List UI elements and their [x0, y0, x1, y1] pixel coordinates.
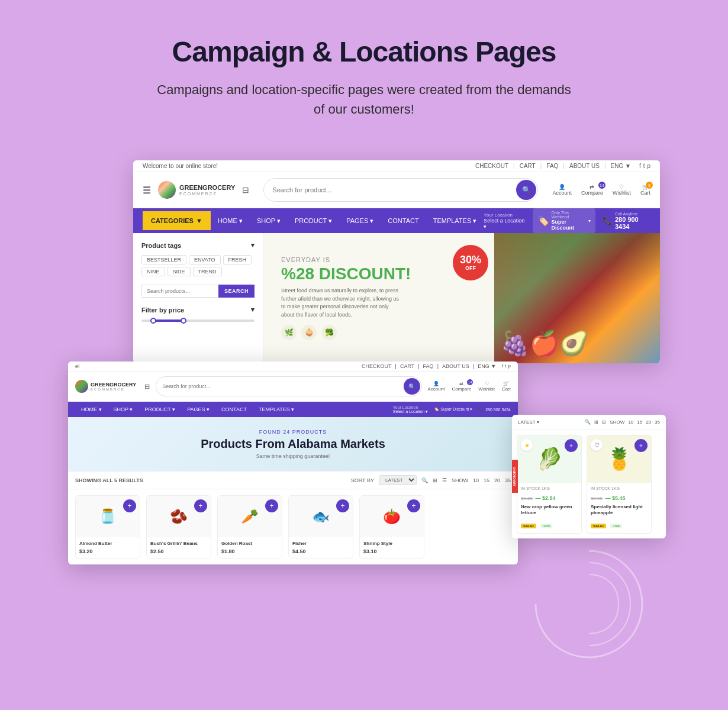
search-icon-toolbar[interactable]: 🔍 [421, 477, 428, 483]
product-price-2: $2.50 [150, 548, 207, 554]
show-35[interactable]: 35 [505, 477, 511, 483]
pineapple-price-new: — $5.45 [605, 495, 625, 501]
front-faq-link[interactable]: FAQ [423, 363, 434, 369]
front-wishlist-item[interactable]: ♡ Wishlist [478, 381, 495, 392]
sort-label: SORT BY [351, 477, 374, 483]
checkout-link[interactable]: CHECKOUT [475, 163, 508, 169]
front-cart-link[interactable]: CART [400, 363, 414, 369]
front-location-value[interactable]: Select a Location ▾ [393, 409, 429, 414]
site-header: ☰ GREENGROCERY ECOMMERCE ⊟ 🔍 [133, 172, 660, 208]
add-cart-2[interactable]: + [194, 499, 207, 512]
add-cart-5[interactable]: + [407, 499, 420, 512]
faq-link[interactable]: FAQ [546, 163, 558, 169]
account-icon-item[interactable]: 👤 Account [552, 184, 572, 196]
search-input[interactable] [264, 182, 515, 198]
fb-icon: f [502, 363, 503, 369]
hamburger-icon[interactable]: ☰ [143, 185, 151, 196]
add-cart-1[interactable]: + [123, 499, 136, 512]
price-dot-left[interactable] [150, 318, 156, 324]
cards-show-15[interactable]: 15 [637, 419, 642, 425]
front-checkout[interactable]: CHECKOUT [362, 363, 392, 369]
front-lang[interactable]: ENG ▼ [478, 363, 496, 369]
tag-envato[interactable]: ENVATO [189, 255, 221, 264]
product-card-5: 🍅 + Shrimp Style $3.10 [359, 495, 424, 559]
price-slider[interactable] [141, 320, 255, 322]
front-nav-templates[interactable]: TEMPLATES ▾ [253, 402, 300, 417]
banner-description: Street food draws us naturally to explor… [281, 287, 400, 319]
front-nav-shop[interactable]: SHOP ▾ [108, 402, 139, 417]
cards-show-35[interactable]: 35 [655, 419, 660, 425]
grid-view-icon[interactable]: ⊞ [433, 477, 437, 483]
list-view-icon[interactable]: ☰ [442, 477, 447, 483]
cart-icon-item[interactable]: 🛒 3 Cart [640, 184, 650, 196]
front-account-item[interactable]: 👤 Account [428, 381, 445, 392]
front-search-button[interactable]: 🔍 [404, 378, 420, 395]
wishlist-icon-item[interactable]: ♡ Wishlist [613, 184, 631, 196]
search-button[interactable]: 🔍 [516, 180, 536, 200]
nav-shop[interactable]: SHOP ▾ [250, 211, 288, 231]
cards-grid1-icon[interactable]: ⊞ [594, 419, 598, 425]
cards-grid2-icon[interactable]: ⊟ [602, 419, 606, 425]
lang-link[interactable]: ENG ▼ [611, 163, 631, 169]
nav-home[interactable]: HOME ▾ [211, 211, 250, 231]
lettuce-add-btn[interactable]: + [565, 439, 578, 452]
wishlist-star-icon[interactable]: ★ [521, 439, 533, 451]
front-nav-contact[interactable]: CONTACT [215, 402, 253, 417]
pineapple-add-btn[interactable]: + [634, 439, 648, 452]
filter-icon[interactable]: ⊟ [242, 185, 249, 195]
add-cart-3[interactable]: + [265, 499, 278, 512]
front-compare-item[interactable]: ⇄ 14 Compare [452, 381, 471, 392]
front-nav-right: Your Location Select a Location ▾ 🏷️ Sup… [393, 405, 511, 414]
sidebar-search-button[interactable]: SEARCH [218, 285, 255, 298]
sort-select[interactable]: LATEST [379, 475, 417, 485]
front-filter-icon[interactable]: ⊟ [144, 383, 150, 390]
front-nav-product[interactable]: PRODUCT ▾ [138, 402, 181, 417]
cart-link[interactable]: CART [520, 163, 536, 169]
tag-nine[interactable]: NINE [141, 267, 165, 276]
front-nav-pages[interactable]: PAGES ▾ [181, 402, 215, 417]
nav-templates[interactable]: TEMPLATES ▾ [426, 211, 484, 231]
filter-price-title: Filter by price ▾ [141, 306, 255, 314]
show-20[interactable]: 20 [494, 477, 500, 483]
product-img-4: 🐟 + [289, 496, 353, 537]
front-search-input[interactable] [156, 380, 402, 392]
nav-contact[interactable]: CONTACT [381, 211, 426, 231]
about-link[interactable]: ABOUT US [569, 163, 600, 169]
social-icons: f t p [639, 163, 650, 169]
discount-off: OFF [465, 265, 476, 271]
cards-search-icon[interactable]: 🔍 [585, 419, 591, 425]
show-10[interactable]: 10 [473, 477, 479, 483]
tw-icon: t [505, 363, 506, 369]
front-cart-icon: 🛒 [503, 381, 509, 386]
tag-fresh[interactable]: FRESH [223, 255, 252, 264]
front-nav-home[interactable]: HOME ▾ [75, 402, 108, 417]
compare-icon-item[interactable]: ⇄ 14 Compare [581, 184, 603, 196]
expand-icon[interactable]: ▾ [251, 241, 255, 249]
pineapple-wishlist-icon[interactable]: ♡ [591, 439, 603, 451]
product-name-3: Golden Roast [221, 541, 278, 547]
front-logo-sub: ECOMMERCE [91, 388, 136, 391]
cards-show-10[interactable]: 10 [628, 419, 633, 425]
categories-button[interactable]: CATEGORIES ▼ [143, 211, 211, 230]
front-cart-item[interactable]: 🛒 Cart [502, 381, 511, 392]
front-header-icons: 👤 Account ⇄ 14 Compare ♡ Wishlist 🛒 [428, 381, 511, 392]
front-nav: HOME ▾ SHOP ▾ PRODUCT ▾ PAGES ▾ CONTACT … [68, 402, 518, 417]
price-dot-right[interactable] [181, 318, 186, 324]
front-account-label: Account [428, 386, 445, 392]
tag-trend[interactable]: TREND [193, 267, 222, 276]
add-cart-4[interactable]: + [336, 499, 349, 512]
front-compare-icon: ⇄ [459, 381, 463, 386]
nav-product[interactable]: PRODUCT ▾ [288, 211, 339, 231]
filter-price-chevron[interactable]: ▾ [251, 306, 255, 314]
front-about-link[interactable]: ABOUT US [442, 363, 469, 369]
sidebar-search-input[interactable] [141, 285, 218, 298]
logo-area: GREENGROCERY ECOMMERCE [158, 181, 235, 199]
show-15[interactable]: 15 [484, 477, 489, 483]
tag-bestseller[interactable]: BESTSELLER [141, 255, 186, 264]
nav-pages[interactable]: PAGES ▾ [339, 211, 381, 231]
lettuce-info: IN STOCK 1KG $8.22 — $2.84 New crop yell… [517, 483, 581, 533]
cards-latest-label[interactable]: LATEST ▾ [518, 419, 539, 425]
location-selector[interactable]: Select a Location ▾ [484, 218, 525, 230]
cards-show-20[interactable]: 20 [646, 419, 651, 425]
tag-side[interactable]: SIDE [167, 267, 191, 276]
